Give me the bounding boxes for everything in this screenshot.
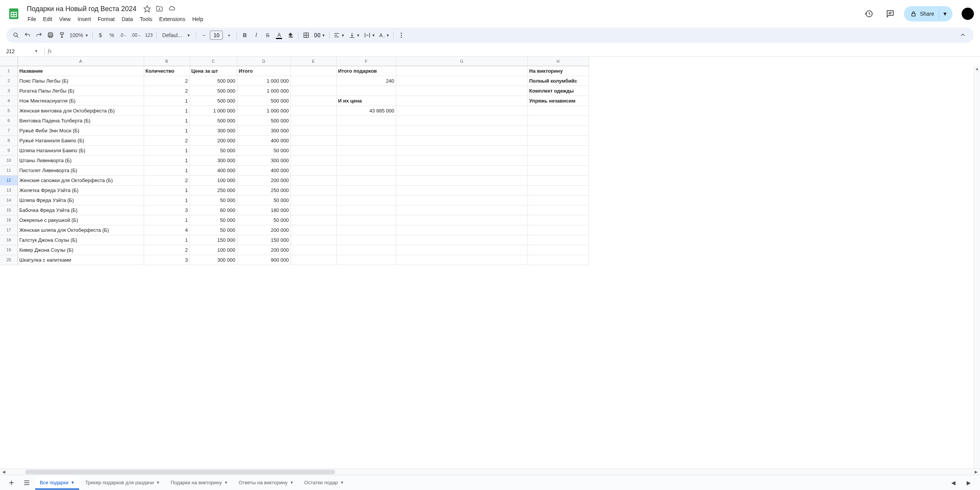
cell[interactable] <box>396 235 527 245</box>
menu-file[interactable]: File <box>24 15 39 24</box>
cell[interactable]: 250 000 <box>237 185 290 195</box>
tab-scroll-left-icon[interactable]: ◀ <box>946 476 960 490</box>
cell[interactable]: 50 000 <box>237 195 290 205</box>
cell[interactable]: 1 <box>144 145 190 155</box>
cell[interactable] <box>290 195 336 205</box>
cell[interactable]: Название <box>18 66 144 76</box>
cell[interactable] <box>336 185 396 195</box>
cell[interactable]: 1 <box>144 125 190 135</box>
cell[interactable]: 1 000 000 <box>237 76 290 86</box>
cell[interactable] <box>396 86 527 96</box>
scroll-right-icon[interactable]: ▶ <box>972 470 980 474</box>
cell[interactable]: 50 000 <box>237 145 290 155</box>
cell[interactable]: 60 000 <box>190 205 237 215</box>
currency-icon[interactable]: $ <box>95 30 106 41</box>
cell[interactable]: 240 <box>336 76 396 86</box>
font-size-input[interactable] <box>210 31 223 40</box>
row-header[interactable]: 20 <box>0 255 18 265</box>
cell[interactable]: 500 000 <box>190 86 237 96</box>
cell[interactable]: Шкатулка с напитками <box>18 255 144 265</box>
vertical-align-icon[interactable]: ▼ <box>347 30 362 41</box>
account-avatar[interactable] <box>962 8 974 20</box>
cell[interactable]: 100 000 <box>190 175 237 185</box>
cell[interactable] <box>336 155 396 165</box>
cell[interactable]: 1 <box>144 165 190 175</box>
column-header-C[interactable]: C <box>190 57 237 66</box>
cell[interactable]: 400 000 <box>237 165 290 175</box>
menu-edit[interactable]: Edit <box>40 15 55 24</box>
sheets-logo-icon[interactable] <box>6 6 21 21</box>
cell[interactable]: Шляпа Натаниэля Бампо (Б) <box>18 145 144 155</box>
cell[interactable] <box>527 165 589 175</box>
increase-decimal-icon[interactable]: .00→ <box>130 30 143 41</box>
cell[interactable] <box>396 145 527 155</box>
cell[interactable]: 50 000 <box>190 225 237 235</box>
cell[interactable] <box>527 235 589 245</box>
cell[interactable]: 1 <box>144 185 190 195</box>
strikethrough-icon[interactable]: S <box>262 30 273 41</box>
row-header[interactable]: 18 <box>0 235 18 245</box>
row-header[interactable]: 17 <box>0 225 18 235</box>
cell[interactable]: 1 <box>144 235 190 245</box>
cell[interactable]: 3 <box>144 255 190 265</box>
merge-cells-icon[interactable]: ▼ <box>312 30 327 41</box>
cell[interactable]: 300 000 <box>190 125 237 135</box>
cell[interactable] <box>290 155 336 165</box>
cell[interactable]: 50 000 <box>190 215 237 225</box>
cell[interactable]: Пояс Папы Легбы (Б) <box>18 76 144 86</box>
row-header[interactable]: 12 <box>0 175 18 185</box>
cell[interactable]: 200 000 <box>237 245 290 255</box>
name-box[interactable]: J12▼ <box>3 48 41 54</box>
cell[interactable] <box>527 185 589 195</box>
column-header-B[interactable]: B <box>144 57 190 66</box>
cell[interactable] <box>290 76 336 86</box>
zoom-select[interactable]: 100%▼ <box>68 30 90 41</box>
cell[interactable] <box>290 255 336 265</box>
sheet-tab-dropdown-icon[interactable]: ▼ <box>290 480 294 485</box>
cell[interactable]: 50 000 <box>237 215 290 225</box>
cell[interactable] <box>290 145 336 155</box>
cell[interactable]: Итого подарков <box>336 66 396 76</box>
cell[interactable]: Ружьё Фиби Энн Моси (Б) <box>18 125 144 135</box>
row-header[interactable]: 14 <box>0 195 18 205</box>
cell[interactable]: 150 000 <box>190 235 237 245</box>
percent-icon[interactable]: % <box>107 30 117 41</box>
cell[interactable] <box>527 225 589 235</box>
cell[interactable] <box>336 135 396 145</box>
cell[interactable]: 2 <box>144 175 190 185</box>
font-size-decrease-icon[interactable]: − <box>198 30 209 41</box>
star-icon[interactable] <box>143 5 151 13</box>
row-header[interactable]: 2 <box>0 76 18 86</box>
cell[interactable]: Бабочка Фреда Уэйта (Б) <box>18 205 144 215</box>
sheet-tab[interactable]: Подарки на викторину▼ <box>166 476 232 490</box>
cell[interactable]: Количество <box>144 66 190 76</box>
column-header-H[interactable]: H <box>527 57 589 66</box>
cloud-status-icon[interactable] <box>168 5 175 13</box>
cell[interactable] <box>527 205 589 215</box>
all-sheets-icon[interactable] <box>20 476 34 490</box>
cell[interactable] <box>396 195 527 205</box>
document-title[interactable]: Подарки на Новый год Веста 2024 <box>24 4 139 14</box>
cell[interactable]: Кивер Джона Соузы (Б) <box>18 245 144 255</box>
cell[interactable]: 180 000 <box>237 205 290 215</box>
row-header[interactable]: 8 <box>0 135 18 145</box>
cell[interactable]: Рогатка Папы Легбы (Б) <box>18 86 144 96</box>
print-icon[interactable] <box>45 30 56 41</box>
cell[interactable]: Галстук Джона Соузы (Б) <box>18 235 144 245</box>
menu-help[interactable]: Help <box>189 15 206 24</box>
italic-icon[interactable]: I <box>251 30 261 41</box>
menu-insert[interactable]: Insert <box>75 15 94 24</box>
row-header[interactable]: 10 <box>0 155 18 165</box>
redo-icon[interactable] <box>34 30 44 41</box>
cell[interactable]: Итого <box>237 66 290 76</box>
column-header-A[interactable]: A <box>18 57 144 66</box>
menu-format[interactable]: Format <box>95 15 118 24</box>
column-header-F[interactable]: F <box>336 57 396 66</box>
row-header[interactable]: 1 <box>0 66 18 76</box>
cell[interactable]: Женские сапожки для Октоберфеста (Б) <box>18 175 144 185</box>
borders-icon[interactable] <box>301 30 312 41</box>
horizontal-align-icon[interactable]: ▼ <box>332 30 346 41</box>
column-header-G[interactable]: G <box>396 57 527 66</box>
font-size-increase-icon[interactable]: + <box>224 30 234 41</box>
cell[interactable]: Штаны Ливенворта (Б) <box>18 155 144 165</box>
